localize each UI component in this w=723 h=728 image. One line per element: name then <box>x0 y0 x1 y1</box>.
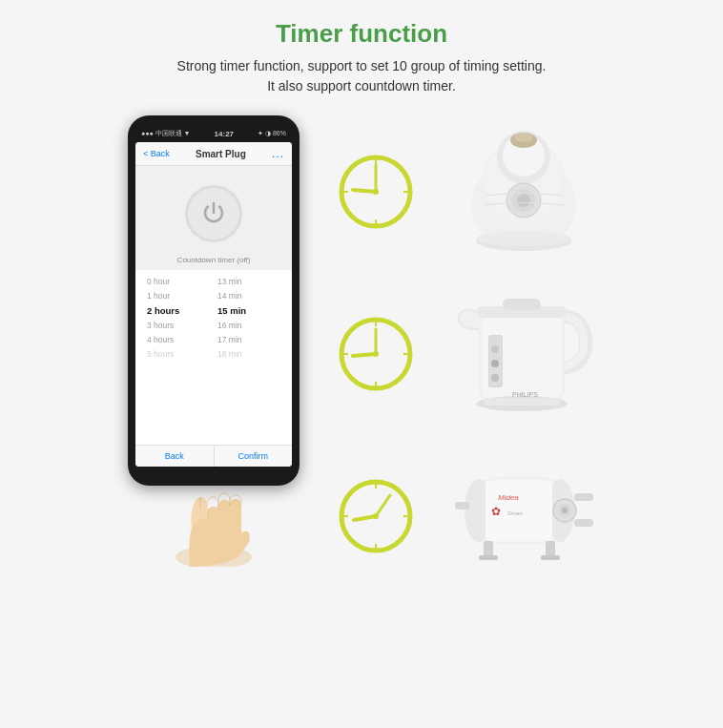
min-15-selected[interactable]: 15 min <box>214 302 284 318</box>
svg-text:PHILIPS: PHILIPS <box>512 391 538 398</box>
phone-status-bar: ●●● 中国联通 ▼ 14:27 ✦ ◑ 86% <box>135 127 292 142</box>
kettle-appliance: PHILIPS <box>433 284 614 418</box>
svg-rect-48 <box>484 398 560 406</box>
clock-icon-2 <box>338 316 414 392</box>
clocks-column <box>338 115 414 583</box>
clock-icon-3 <box>338 478 414 554</box>
page-title: Timer function <box>276 19 447 49</box>
svg-rect-62 <box>574 519 593 527</box>
svg-point-44 <box>491 345 499 353</box>
svg-point-35 <box>517 194 530 207</box>
svg-point-46 <box>491 374 499 382</box>
svg-line-21 <box>376 495 390 516</box>
hours-column[interactable]: 0 hour 1 hour 2 hours 3 hours 4 hours 5 … <box>143 274 214 441</box>
page-subtitle: Strong timer function, support to set 10… <box>177 56 547 96</box>
min-13[interactable]: 13 min <box>214 274 284 288</box>
svg-rect-61 <box>574 493 593 501</box>
svg-point-32 <box>514 133 533 142</box>
hour-5[interactable]: 5 hours <box>143 346 214 361</box>
phone-footer: Back Confirm <box>135 445 292 467</box>
svg-point-37 <box>476 231 571 246</box>
hour-2-selected[interactable]: 2 hours <box>143 302 214 318</box>
heater-svg: Midea ✿ Smart <box>445 460 603 565</box>
finger-illustration <box>161 481 266 567</box>
kettle-svg: PHILIPS <box>450 287 598 416</box>
svg-line-12 <box>353 354 376 356</box>
back-button[interactable]: Back <box>135 446 215 467</box>
hour-4[interactable]: 4 hours <box>143 332 214 346</box>
svg-line-20 <box>354 516 376 520</box>
phone-wrapper: ●●● 中国联通 ▼ 14:27 ✦ ◑ 86% < Back Smart Pl… <box>109 115 319 567</box>
countdown-label: Countdown timer (off) <box>135 252 292 270</box>
min-14[interactable]: 14 min <box>214 288 284 302</box>
svg-text:Midea: Midea <box>498 493 519 502</box>
min-17[interactable]: 17 min <box>214 332 284 346</box>
phone-battery: ✦ ◑ 86% <box>258 130 286 137</box>
phone-time: 14:27 <box>215 130 234 138</box>
power-icon <box>199 199 228 228</box>
clock-icon-1 <box>338 154 414 230</box>
power-circle[interactable] <box>185 185 242 242</box>
confirm-button[interactable]: Confirm <box>215 446 293 467</box>
svg-text:Smart: Smart <box>507 510 523 516</box>
svg-point-45 <box>491 360 499 367</box>
appliances-column: PHILIPS Midea ✿ <box>433 115 614 583</box>
humidifier-svg <box>447 129 600 253</box>
main-content: ●●● 中国联通 ▼ 14:27 ✦ ◑ 86% < Back Smart Pl… <box>10 115 713 583</box>
svg-rect-66 <box>479 555 498 560</box>
hour-1[interactable]: 1 hour <box>143 288 214 302</box>
phone: ●●● 中国联通 ▼ 14:27 ✦ ◑ 86% < Back Smart Pl… <box>128 115 300 486</box>
hour-0[interactable]: 0 hour <box>143 274 214 288</box>
svg-line-4 <box>353 190 376 192</box>
hour-3[interactable]: 3 hours <box>143 318 214 332</box>
min-18[interactable]: 18 min <box>214 346 284 361</box>
water-heater-appliance: Midea ✿ Smart <box>433 446 614 579</box>
app-menu-dots[interactable]: ... <box>272 147 284 160</box>
finger-svg <box>161 481 266 567</box>
svg-rect-63 <box>455 502 469 510</box>
power-icon-area <box>135 166 292 252</box>
mins-column[interactable]: 13 min 14 min 15 min 16 min 17 min 18 mi… <box>214 274 284 441</box>
time-picker[interactable]: 0 hour 1 hour 2 hours 3 hours 4 hours 5 … <box>135 270 292 445</box>
svg-rect-67 <box>541 555 560 560</box>
phone-screen: < Back Smart Plug ... Countdown timer (o… <box>135 142 292 467</box>
svg-text:✿: ✿ <box>491 505 501 518</box>
app-header: < Back Smart Plug ... <box>135 142 292 166</box>
svg-rect-41 <box>503 299 541 310</box>
app-back-button[interactable]: < Back <box>143 149 170 158</box>
min-16[interactable]: 16 min <box>214 318 284 332</box>
phone-network: ●●● 中国联通 ▼ <box>141 129 191 138</box>
humidifier-appliance <box>433 124 614 258</box>
app-title: Smart Plug <box>196 149 246 159</box>
svg-point-60 <box>562 508 568 513</box>
